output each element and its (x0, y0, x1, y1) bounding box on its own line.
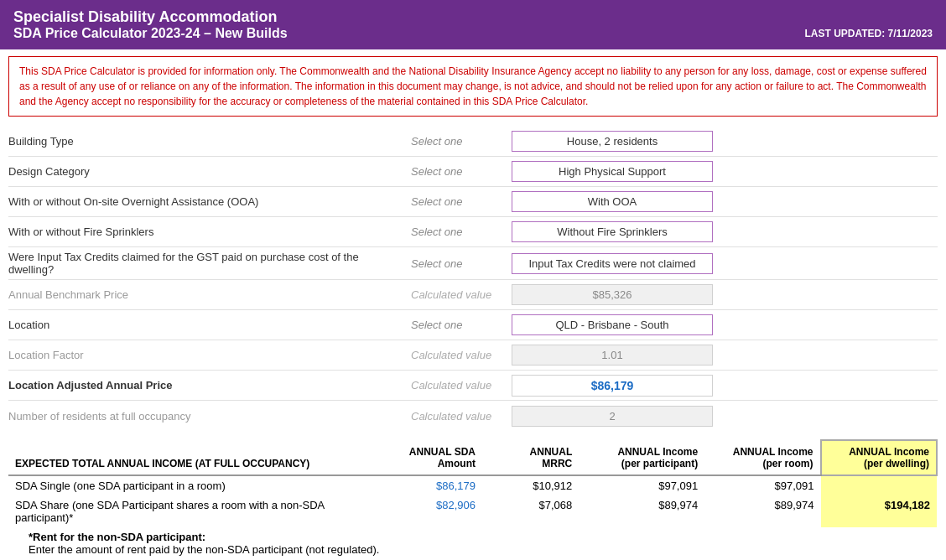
location-row: Location Select one QLD - Brisbane - Sou… (8, 310, 938, 340)
benchmark-price-label: Annual Benchmark Price (8, 288, 411, 301)
income-table-header: EXPECTED TOTAL ANNUAL INCOME (AT FULL OC… (8, 440, 937, 475)
ooa-row: With or without On-site Overnight Assist… (8, 187, 938, 217)
sda-single-annual-sda: $86,179 (376, 475, 482, 495)
sda-share-label: SDA Share (one SDA Participant shares a … (8, 495, 376, 527)
design-category-value: High Physical Support (512, 161, 730, 182)
header-title-block: Specialist Disability Accommodation SDA … (13, 8, 288, 41)
adjusted-price-display: $86,179 (512, 375, 713, 397)
disclaimer-box: This SDA Price Calculator is provided fo… (8, 56, 938, 117)
num-residents-display: 2 (512, 406, 713, 427)
disclaimer-text: This SDA Price Calculator is provided fo… (19, 65, 927, 107)
adjusted-price-row: Location Adjusted Annual Price Calculate… (8, 371, 938, 401)
sda-single-per-room: $97,091 (704, 475, 820, 495)
ooa-select[interactable]: With OOA (512, 191, 713, 212)
col-header-per-room: ANNUAL Income(per room) (704, 440, 820, 475)
sda-share-per-room: $89,974 (704, 495, 820, 527)
benchmark-price-display: $85,326 (512, 284, 713, 305)
ooa-value: With OOA (512, 191, 730, 212)
design-category-row: Design Category Select one High Physical… (8, 157, 938, 187)
benchmark-price-type: Calculated value (411, 288, 512, 301)
form-area: Building Type Select one House, 2 reside… (0, 123, 946, 431)
num-residents-value: 2 (512, 406, 730, 427)
note-cell: *Rent for the non-SDA participant: Enter… (8, 527, 937, 560)
last-updated-label: LAST UPDATED: 7/11/2023 (805, 28, 933, 41)
fire-sprinklers-type: Select one (411, 226, 512, 238)
num-residents-row: Number of residents at full occupancy Ca… (8, 401, 938, 431)
location-value: QLD - Brisbane - South (512, 314, 730, 335)
building-type-type: Select one (411, 135, 512, 148)
sda-share-per-dwelling: $194,182 (821, 495, 937, 527)
location-factor-value: 1.01 (512, 345, 730, 366)
location-factor-label: Location Factor (8, 349, 411, 361)
num-residents-type: Calculated value (411, 410, 512, 423)
fire-sprinklers-label: With or without Fire Sprinklers (8, 226, 411, 238)
header-subtitle: SDA Price Calculator 2023-24 – New Build… (13, 26, 288, 41)
location-factor-display: 1.01 (512, 345, 713, 366)
itc-select[interactable]: Input Tax Credits were not claimed (512, 253, 713, 274)
sda-single-per-dwelling (821, 475, 937, 495)
note-block: *Rent for the non-SDA participant: Enter… (15, 531, 930, 560)
location-factor-row: Location Factor Calculated value 1.01 (8, 340, 938, 371)
itc-type: Select one (411, 257, 512, 270)
income-section: EXPECTED TOTAL ANNUAL INCOME (AT FULL OC… (0, 431, 946, 560)
design-category-type: Select one (411, 165, 512, 178)
num-residents-label: Number of residents at full occupancy (8, 410, 411, 423)
adjusted-price-value: $86,179 (512, 375, 730, 397)
note-text: Enter the amount of rent paid by the non… (29, 543, 379, 556)
itc-row: Were Input Tax Credits claimed for the G… (8, 247, 938, 280)
col-header-mrrc: ANNUALMRRC (482, 440, 579, 475)
itc-label: Were Input Tax Credits claimed for the G… (8, 251, 411, 276)
fire-sprinklers-select[interactable]: Without Fire Sprinklers (512, 221, 713, 242)
sda-single-mrrc: $10,912 (482, 475, 579, 495)
design-category-select[interactable]: High Physical Support (512, 161, 713, 182)
table-row-note: *Rent for the non-SDA participant: Enter… (8, 527, 937, 560)
col-header-description: EXPECTED TOTAL ANNUAL INCOME (AT FULL OC… (8, 440, 376, 475)
header-title: Specialist Disability Accommodation (13, 8, 288, 26)
sda-single-label: SDA Single (one SDA participant in a roo… (8, 475, 376, 495)
table-row-sda-share: SDA Share (one SDA Participant shares a … (8, 495, 937, 527)
benchmark-price-row: Annual Benchmark Price Calculated value … (8, 280, 938, 310)
sda-single-per-participant: $97,091 (579, 475, 704, 495)
building-type-value: House, 2 residents (512, 131, 730, 152)
building-type-row: Building Type Select one House, 2 reside… (8, 127, 938, 157)
adjusted-price-label: Location Adjusted Annual Price (8, 379, 411, 391)
fire-sprinklers-value: Without Fire Sprinklers (512, 221, 730, 242)
fire-sprinklers-row: With or without Fire Sprinklers Select o… (8, 217, 938, 247)
income-table: EXPECTED TOTAL ANNUAL INCOME (AT FULL OC… (8, 439, 938, 560)
adjusted-price-type: Calculated value (411, 379, 512, 391)
col-header-per-dwelling: ANNUAL Income(per dwelling) (821, 440, 937, 475)
col-header-annual-sda: ANNUAL SDAAmount (376, 440, 482, 475)
location-factor-type: Calculated value (411, 349, 512, 361)
ooa-label: With or without On-site Overnight Assist… (8, 195, 411, 208)
building-type-select[interactable]: House, 2 residents (512, 131, 713, 152)
itc-value: Input Tax Credits were not claimed (512, 253, 730, 274)
location-select[interactable]: QLD - Brisbane - South (512, 314, 713, 335)
building-type-label: Building Type (8, 135, 411, 148)
sda-share-mrrc: $7,068 (482, 495, 579, 527)
note-bold-text: *Rent for the non-SDA participant: (29, 531, 205, 543)
sda-share-per-participant: $89,974 (579, 495, 704, 527)
location-type: Select one (411, 319, 512, 331)
page-header: Specialist Disability Accommodation SDA … (0, 0, 946, 49)
location-label: Location (8, 319, 411, 331)
ooa-type: Select one (411, 195, 512, 208)
benchmark-price-value: $85,326 (512, 284, 730, 305)
col-header-per-participant: ANNUAL Income(per participant) (579, 440, 704, 475)
table-row-sda-single: SDA Single (one SDA participant in a roo… (8, 475, 937, 495)
design-category-label: Design Category (8, 165, 411, 178)
sda-share-annual-sda: $82,906 (376, 495, 482, 527)
